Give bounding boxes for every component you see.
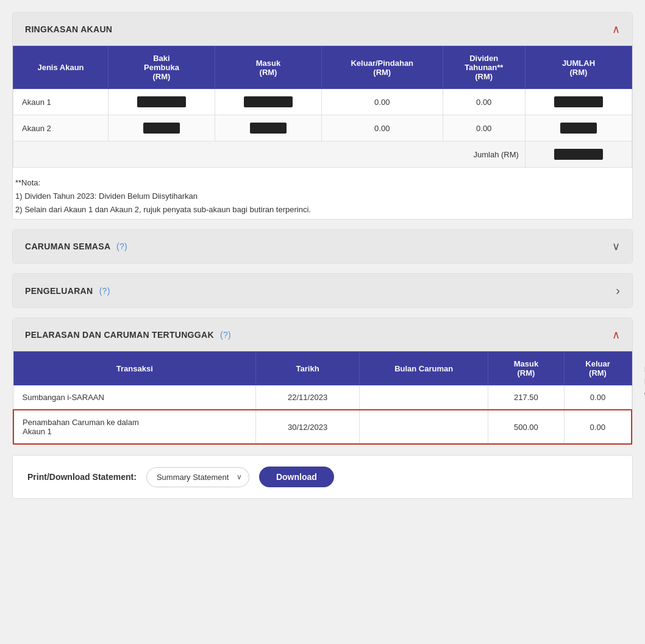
footer-bar: Print/Download Statement: Summary Statem… [12, 455, 633, 499]
statement-select[interactable]: Summary Statement Detailed Statement [146, 467, 249, 487]
table-row: Sumbangan i-SARAAN 22/11/2023 217.50 0.0… [13, 385, 632, 410]
notes-section: **Nota: 1) Dividen Tahun 2023: Dividen B… [13, 168, 632, 219]
akaun1-masuk [215, 89, 322, 115]
trans1-keluar: 0.00 [564, 385, 632, 410]
ringkasan-header[interactable]: RINGKASAN AKAUN ∧ [13, 13, 632, 46]
caruman-header[interactable]: CARUMAN SEMASA (?) ∨ [13, 230, 632, 263]
pelarasan-title: PELARASAN DAN CARUMAN TERTUNGGAK (?) [25, 330, 231, 340]
akaun2-baki [108, 115, 215, 141]
trans1-bulan [360, 385, 488, 410]
pengeluaran-section: PENGELUARAN (?) › [12, 273, 633, 308]
caruman-help[interactable]: (?) [116, 242, 127, 251]
pelarasan-chevron: ∧ [612, 328, 620, 342]
col-masuk: Masuk(RM) [215, 46, 322, 89]
callout-container: Kerajaan tambah caruman KWSP RM500 seora… [13, 351, 632, 445]
pelarasan-section: PELARASAN DAN CARUMAN TERTUNGGAK (?) ∧ K… [12, 318, 633, 445]
total-value [525, 141, 632, 168]
trans2-masuk: 500.00 [488, 410, 564, 444]
notes-prefix: **Nota: [15, 176, 630, 190]
account-table: Jenis Akaun BakiPembuka(RM) Masuk(RM) Ke… [13, 46, 632, 168]
akaun1-baki [108, 89, 215, 115]
trans-col-tarikh: Tarikh [256, 352, 360, 385]
download-button[interactable]: Download [259, 467, 334, 487]
trans-col-keluar: Keluar(RM) [564, 352, 632, 385]
akaun2-masuk [215, 115, 322, 141]
col-jenis: Jenis Akaun [13, 46, 109, 89]
table-row: Akaun 1 0.00 0.00 [13, 89, 632, 115]
akaun1-keluar: 0.00 [322, 89, 443, 115]
ringkasan-content: Jenis Akaun BakiPembuka(RM) Masuk(RM) Ke… [13, 46, 632, 219]
trans-col-bulan: Bulan Caruman [360, 352, 488, 385]
table-row: Akaun 2 0.00 0.00 [13, 115, 632, 141]
akaun2-dividen: 0.00 [443, 115, 525, 141]
page-wrapper: RINGKASAN AKAUN ∧ Jenis Akaun BakiPembuk… [12, 12, 633, 499]
caruman-title: CARUMAN SEMASA (?) [25, 242, 127, 251]
pengeluaran-chevron: › [616, 284, 620, 298]
trans2-tarikh: 30/12/2023 [256, 410, 360, 444]
pelarasan-header[interactable]: PELARASAN DAN CARUMAN TERTUNGGAK (?) ∧ [13, 318, 632, 351]
ringkasan-chevron: ∧ [612, 23, 620, 36]
trans2-bulan [360, 410, 488, 444]
trans1-tarikh: 22/11/2023 [256, 385, 360, 410]
caruman-section: CARUMAN SEMASA (?) ∨ [12, 229, 633, 263]
trans-col-masuk: Masuk(RM) [488, 352, 564, 385]
pelarasan-help[interactable]: (?) [220, 330, 231, 340]
col-dividen: DividenTahunan**(RM) [443, 46, 525, 89]
akaun1-label: Akaun 1 [13, 89, 109, 115]
trans1-name: Sumbangan i-SARAAN [13, 385, 256, 410]
notes-line2: 2) Selain dari Akaun 1 dan Akaun 2, ruju… [15, 203, 630, 216]
col-baki: BakiPembuka(RM) [108, 46, 215, 89]
footer-label: Print/Download Statement: [27, 472, 137, 482]
total-row: Jumlah (RM) [13, 141, 632, 168]
notes-line1: 1) Dividen Tahun 2023: Dividen Belum Dii… [15, 190, 630, 203]
ringkasan-section: RINGKASAN AKAUN ∧ Jenis Akaun BakiPembuk… [12, 12, 633, 220]
trans2-keluar: 0.00 [564, 410, 632, 444]
pengeluaran-help[interactable]: (?) [99, 286, 110, 296]
pengeluaran-title: PENGELUARAN (?) [25, 286, 110, 296]
col-jumlah: JUMLAH(RM) [525, 46, 632, 89]
akaun2-label: Akaun 2 [13, 115, 109, 141]
akaun1-dividen: 0.00 [443, 89, 525, 115]
col-keluar: Keluar/Pindahan(RM) [322, 46, 443, 89]
total-label: Jumlah (RM) [13, 141, 526, 168]
ringkasan-title: RINGKASAN AKAUN [25, 24, 112, 34]
select-wrapper: Summary Statement Detailed Statement ∨ [146, 467, 249, 487]
akaun2-jumlah [525, 115, 632, 141]
akaun1-jumlah [525, 89, 632, 115]
caruman-chevron: ∨ [612, 240, 620, 253]
trans-col-transaksi: Transaksi [13, 352, 256, 385]
trans2-name: Penambahan Caruman ke dalamAkaun 1 [13, 410, 256, 444]
trans1-masuk: 217.50 [488, 385, 564, 410]
transaction-table: Transaksi Tarikh Bulan Caruman Masuk(RM)… [13, 351, 632, 445]
highlighted-table-row: Penambahan Caruman ke dalamAkaun 1 30/12… [13, 410, 632, 444]
pengeluaran-header[interactable]: PENGELUARAN (?) › [13, 274, 632, 307]
akaun2-keluar: 0.00 [322, 115, 443, 141]
